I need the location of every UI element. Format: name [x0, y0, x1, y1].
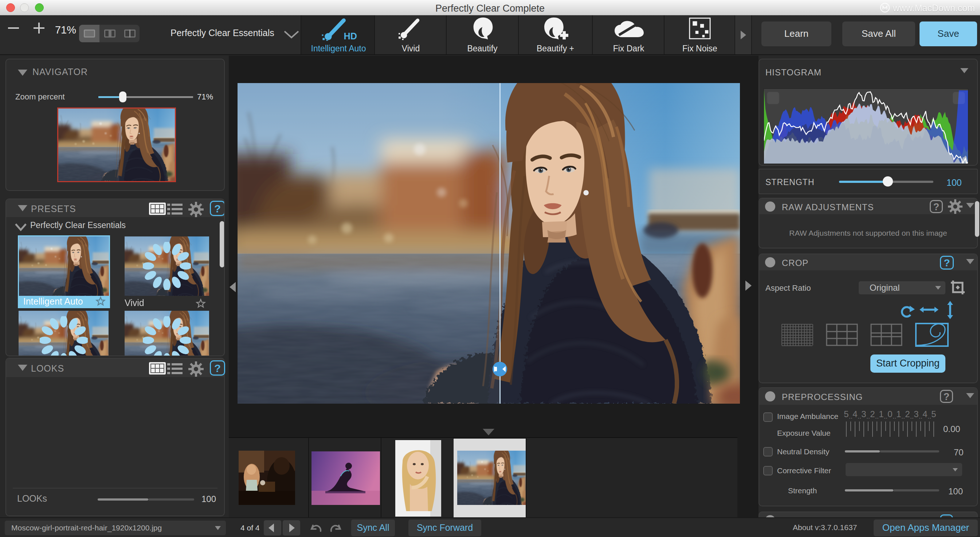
svg-text:..: .. — [858, 413, 861, 420]
svg-text:1: 1 — [896, 409, 901, 419]
svg-text:..: .. — [919, 413, 923, 420]
svg-text:..: .. — [901, 413, 905, 420]
svg-text:..: .. — [849, 413, 853, 420]
svg-text:..: .. — [875, 413, 879, 420]
svg-text:HD: HD — [344, 31, 357, 41]
svg-text:4: 4 — [853, 409, 857, 419]
svg-text:..: .. — [928, 413, 931, 420]
svg-text:0: 0 — [888, 409, 892, 419]
svg-text:5: 5 — [844, 409, 848, 419]
svg-text:..: .. — [910, 413, 914, 420]
svg-text:3: 3 — [861, 409, 866, 419]
svg-text:3: 3 — [914, 409, 918, 419]
svg-text:..: .. — [892, 413, 896, 420]
svg-text:..: .. — [884, 413, 888, 420]
svg-text:5: 5 — [931, 409, 936, 419]
svg-text:..: .. — [866, 413, 870, 420]
svg-text:4: 4 — [923, 409, 927, 419]
svg-text:1: 1 — [879, 409, 883, 419]
svg-text:2: 2 — [905, 409, 910, 419]
svg-text:2: 2 — [870, 409, 875, 419]
